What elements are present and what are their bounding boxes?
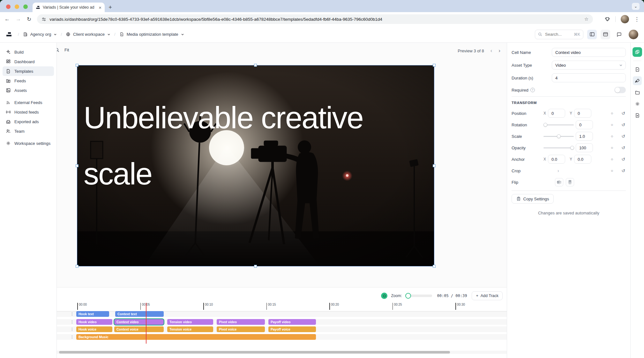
anchor-x-input[interactable] bbox=[548, 155, 565, 164]
opacity-slider-thumb[interactable] bbox=[570, 146, 574, 150]
resize-handle-nw[interactable] bbox=[76, 64, 79, 67]
sidebar-item-hosted-feeds[interactable]: Hosted feeds bbox=[3, 107, 54, 117]
keyframe-icon[interactable]: ○ bbox=[611, 168, 613, 173]
site-info-icon[interactable] bbox=[41, 17, 46, 22]
reset-icon[interactable]: ↺ bbox=[621, 134, 625, 139]
track-drag-handle[interactable]: ⋮ bbox=[70, 334, 74, 340]
opacity-slider[interactable] bbox=[543, 145, 574, 150]
resize-handle-n[interactable] bbox=[254, 64, 257, 67]
timeline-segment[interactable]: Tension video bbox=[167, 319, 213, 325]
rotation-input[interactable] bbox=[576, 120, 593, 129]
scale-slider[interactable] bbox=[543, 134, 574, 138]
track-drag-handle[interactable]: ⋮ bbox=[70, 311, 74, 317]
close-window-button[interactable] bbox=[6, 4, 11, 9]
resize-handle-s[interactable] bbox=[254, 265, 257, 268]
sidebar-item-dashboard[interactable]: Dashboard bbox=[3, 57, 54, 66]
scale-input[interactable] bbox=[576, 132, 593, 141]
tab-close-icon[interactable]: × bbox=[99, 5, 101, 10]
add-track-button[interactable]: + Add Track bbox=[472, 291, 503, 300]
flip-vertical-button[interactable] bbox=[566, 178, 574, 186]
zoom-magnifier-icon[interactable] bbox=[57, 48, 59, 52]
resize-handle-e[interactable] bbox=[433, 164, 436, 167]
cells-panel-button[interactable] bbox=[633, 47, 642, 57]
extensions-puzzle-icon[interactable] bbox=[604, 16, 610, 22]
sidebar-item-build[interactable]: Build bbox=[3, 47, 54, 57]
breadcrumb-org[interactable]: Agency org bbox=[23, 32, 57, 37]
sidebar-item-workspace-settings[interactable]: Workspace settings bbox=[3, 138, 54, 148]
browser-tab[interactable]: Variads | Scale your video ad × bbox=[33, 3, 105, 12]
reset-icon[interactable]: ↺ bbox=[621, 168, 625, 173]
timeline-segment[interactable]: Context text bbox=[115, 311, 164, 317]
preview-next-icon[interactable]: › bbox=[498, 48, 500, 54]
flip-horizontal-button[interactable] bbox=[555, 178, 563, 186]
timeline-ruler[interactable]: 00:0000:0500:1000:1500:2000:2500:30 bbox=[57, 302, 507, 311]
timeline-segment[interactable]: Context voice bbox=[114, 326, 164, 332]
rotation-slider-thumb[interactable] bbox=[543, 123, 547, 127]
keyframe-icon[interactable]: ○ bbox=[611, 145, 613, 150]
keyframe-icon[interactable]: ○ bbox=[611, 134, 613, 138]
position-x-input[interactable] bbox=[548, 109, 565, 118]
help-question-icon[interactable]: ? bbox=[530, 88, 535, 92]
timeline-segment[interactable]: Pivot video bbox=[217, 319, 265, 325]
timeline-segment[interactable]: Payoff voice bbox=[268, 326, 316, 332]
opacity-input[interactable] bbox=[576, 143, 593, 152]
strip-add-file-button[interactable] bbox=[633, 111, 642, 120]
scale-slider-thumb[interactable] bbox=[557, 134, 561, 138]
copy-settings-button[interactable]: Copy Settings bbox=[512, 194, 554, 204]
keyframe-icon[interactable]: ○ bbox=[611, 157, 613, 161]
rotation-slider[interactable] bbox=[543, 123, 574, 127]
resize-handle-ne[interactable] bbox=[433, 64, 436, 67]
timeline-segment[interactable]: Hook video bbox=[76, 319, 112, 325]
sidebar-item-assets[interactable]: Assets bbox=[3, 86, 54, 95]
minimize-window-button[interactable] bbox=[15, 4, 19, 9]
timeline-segment[interactable]: Context video bbox=[114, 319, 164, 325]
keyframe-icon[interactable]: ○ bbox=[611, 123, 613, 127]
strip-styles-button[interactable] bbox=[633, 76, 642, 85]
timeline-segment[interactable]: Background Music bbox=[76, 334, 316, 340]
timeline-segment[interactable]: Pivot voice bbox=[217, 326, 265, 332]
cell-name-input[interactable] bbox=[552, 48, 626, 57]
timeline-zoom-slider[interactable] bbox=[405, 293, 432, 299]
strip-assets-button[interactable] bbox=[633, 88, 642, 97]
duration-input[interactable] bbox=[552, 73, 626, 82]
resize-handle-se[interactable] bbox=[433, 265, 436, 268]
breadcrumb-template[interactable]: Media optimization template bbox=[119, 32, 184, 37]
timeline-scrollbar[interactable] bbox=[59, 351, 450, 354]
zoom-slider-thumb[interactable] bbox=[405, 293, 411, 299]
new-tab-button[interactable]: + bbox=[109, 3, 112, 12]
reload-icon[interactable]: ↻ bbox=[27, 16, 31, 23]
keyframe-icon[interactable]: ○ bbox=[611, 111, 613, 116]
reset-icon[interactable]: ↺ bbox=[621, 157, 625, 162]
variads-logo[interactable] bbox=[6, 32, 12, 37]
asset-type-select[interactable]: Video bbox=[552, 61, 626, 70]
back-icon[interactable]: ← bbox=[4, 16, 10, 22]
strip-settings-button[interactable] bbox=[633, 99, 642, 108]
timeline-snap-icon[interactable] bbox=[381, 293, 387, 299]
sidebar-item-team[interactable]: Team bbox=[3, 126, 54, 136]
video-stage[interactable]: Unbelievable creative scale bbox=[77, 65, 434, 266]
anchor-y-input[interactable] bbox=[574, 155, 591, 164]
resize-handle-w[interactable] bbox=[76, 164, 79, 167]
sidebar-item-templates[interactable]: Templates bbox=[3, 66, 54, 76]
timeline-playhead[interactable] bbox=[146, 303, 146, 344]
toggle-top-panel-button[interactable] bbox=[601, 30, 610, 39]
bookmark-star-icon[interactable]: ☆ bbox=[584, 16, 588, 22]
preview-prev-icon[interactable]: ‹ bbox=[490, 48, 492, 54]
search-input[interactable] bbox=[544, 32, 569, 37]
resize-handle-sw[interactable] bbox=[76, 265, 79, 268]
feedback-button[interactable] bbox=[614, 30, 624, 39]
crop-expand-chevron-icon[interactable]: › bbox=[558, 168, 559, 173]
browser-menu-icon[interactable]: ⋮ bbox=[634, 16, 640, 23]
address-bar[interactable]: variads.io/dashboard/org/15de78c0-6385-4… bbox=[37, 14, 593, 24]
sidebar-item-feeds[interactable]: Feeds bbox=[3, 76, 54, 86]
user-avatar[interactable] bbox=[629, 30, 638, 39]
browser-profile-avatar[interactable] bbox=[621, 15, 629, 23]
toggle-left-panel-button[interactable] bbox=[587, 30, 597, 39]
global-search[interactable]: ⌘K bbox=[535, 30, 583, 39]
reset-icon[interactable]: ↺ bbox=[621, 145, 625, 150]
required-toggle[interactable] bbox=[614, 87, 626, 93]
track-drag-handle[interactable]: ⋮ bbox=[70, 326, 74, 332]
breadcrumb-workspace[interactable]: Client workspace bbox=[66, 32, 110, 37]
tab-search-chevron-icon[interactable]: ⌄ bbox=[632, 3, 640, 10]
timeline-segment[interactable]: Hook text bbox=[76, 311, 109, 317]
